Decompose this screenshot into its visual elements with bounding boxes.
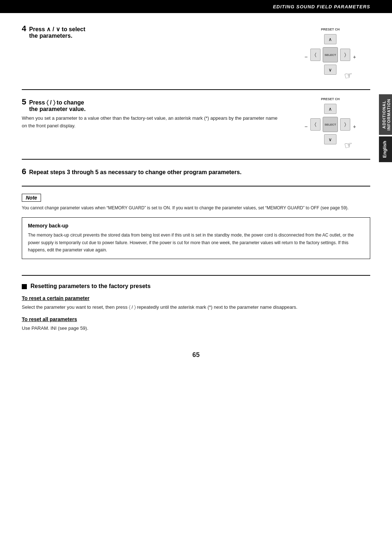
step4-text: 4 Press ∧ / ∨ to select the parameters.: [22, 24, 290, 41]
page-number: 65: [192, 351, 200, 359]
dpad-down: ∨: [324, 65, 336, 75]
minus-sign: −: [305, 54, 308, 60]
dpad-select: SELECT: [323, 47, 338, 62]
step4-number: 4: [22, 24, 26, 33]
plus-sign2: +: [353, 123, 356, 130]
reset-all-text: Use PARAM. INI (see page 59).: [22, 324, 370, 332]
resetting-section: Resetting parameters to the factory pres…: [22, 283, 370, 332]
reset-all-section: To reset all parameters Use PARAM. INI (…: [22, 316, 370, 332]
step5-header: 5 Press 〈 / 〉 to change the parameter va…: [22, 97, 283, 112]
note-label: Note: [22, 194, 41, 202]
step5-dpad: PRESET CH − + ∧ ∨ 〈 〉 SELECT: [290, 97, 370, 152]
hand-cursor-icon2: ☞: [343, 139, 353, 152]
memory-backup-box: Memory back-up The memory back-up circui…: [22, 217, 370, 259]
note-section: Note You cannot change parameter values …: [22, 194, 370, 276]
step6-number: 6: [22, 167, 26, 176]
plus-sign: +: [353, 54, 356, 60]
dpad2-up: ∧: [324, 104, 336, 114]
dpad2-down: ∨: [324, 134, 336, 144]
note-text: You cannot change parameter values when …: [22, 205, 370, 212]
dpad-right: 〉: [340, 49, 350, 61]
page-container: EDITING SOUND FIELD PARAMETERS ADDITIONA…: [0, 0, 392, 554]
step5-title: Press 〈 / 〉 to change the parameter valu…: [29, 99, 86, 112]
preset-ch-label: PRESET CH: [321, 28, 340, 31]
step5-left: 5 Press 〈 / 〉 to change the parameter va…: [22, 97, 290, 130]
hand-cursor-icon: ☞: [343, 69, 353, 82]
dpad-up: ∧: [324, 34, 336, 44]
memory-backup-text: The memory back-up circuit prevents the …: [28, 231, 364, 254]
section-title: EDITING SOUND FIELD PARAMETERS: [273, 4, 370, 9]
reset-all-title: To reset all parameters: [22, 316, 370, 322]
reset-certain-text: Select the parameter you want to reset, …: [22, 303, 370, 311]
step4-section: 4 Press ∧ / ∨ to select the parameters. …: [22, 24, 370, 90]
resetting-title: Resetting parameters to the factory pres…: [22, 283, 370, 290]
step5-number: 5: [22, 97, 26, 107]
black-square-icon: [22, 284, 27, 289]
dpad2-right: 〉: [340, 118, 350, 131]
step6-title: Repeat steps 3 through 5 as necessary to…: [29, 169, 241, 176]
memory-backup-title: Memory back-up: [28, 223, 364, 229]
reset-certain-title: To reset a certain parameter: [22, 295, 370, 301]
dpad-left: 〈: [310, 49, 320, 61]
step4-title: Press ∧ / ∨ to select the parameters.: [29, 26, 85, 39]
reset-certain-section: To reset a certain parameter Select the …: [22, 295, 370, 311]
step6-section: 6 Repeat steps 3 through 5 as necessary …: [22, 167, 370, 186]
step5-section: 5 Press 〈 / 〉 to change the parameter va…: [22, 97, 370, 160]
step5-description: When you set a parameter to a value othe…: [22, 115, 283, 130]
dpad2-select: SELECT: [323, 117, 338, 132]
dpad2-left: 〈: [310, 118, 320, 131]
main-content: 4 Press ∧ / ∨ to select the parameters. …: [0, 13, 392, 370]
minus-sign2: −: [305, 123, 308, 130]
step4-header: 4 Press ∧ / ∨ to select the parameters.: [22, 24, 283, 39]
top-bar: EDITING SOUND FIELD PARAMETERS: [0, 0, 392, 13]
step6-header: 6 Repeat steps 3 through 5 as necessary …: [22, 167, 370, 176]
preset-ch-label2: PRESET CH: [321, 97, 340, 101]
step4-dpad: PRESET CH − + ∧ ∨ 〈: [290, 24, 370, 82]
